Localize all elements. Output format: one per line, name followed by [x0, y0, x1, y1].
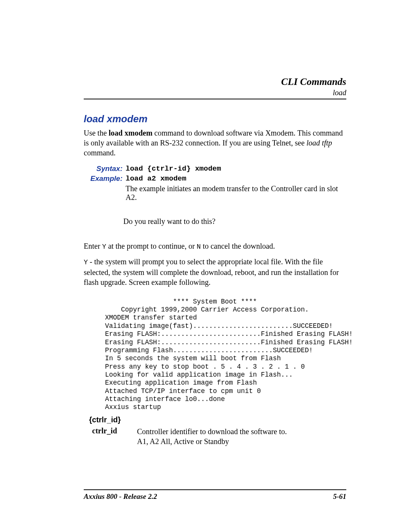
- param-desc-line2: A1, A2 All, Active or Standby: [137, 437, 229, 446]
- enter-paragraph: Enter Y at the prompt to continue, or N …: [84, 241, 346, 251]
- enter-mono-n: N: [197, 243, 201, 251]
- enter-text-2: at the prompt to continue, or: [106, 242, 197, 250]
- param-heading: {ctrlr_id}: [89, 415, 346, 424]
- intro-bold-cmd: load xmodem: [109, 129, 153, 137]
- intro-text-1: Use the: [84, 129, 109, 137]
- param-row: ctrlr_id Controller identifier to downlo…: [92, 427, 346, 446]
- syntax-label: Syntax:: [89, 165, 126, 173]
- intro-italic-ref: load tftp: [306, 139, 332, 147]
- syntax-row: Syntax: load {ctrlr-id} xmodem: [89, 165, 346, 173]
- page-footer: Axxius 800 - Release 2.2 5-61: [84, 489, 346, 501]
- y-paragraph: Y - the system will prompt you to select…: [84, 257, 346, 287]
- param-name: ctrlr_id: [92, 427, 137, 446]
- page-header: CLI Commands load: [84, 76, 346, 99]
- footer-left: Axxius 800 - Release 2.2: [84, 492, 157, 501]
- example-label: Example:: [89, 174, 126, 183]
- footer-right: 5-61: [333, 492, 346, 501]
- intro-paragraph: Use the load xmodem command to download …: [84, 128, 346, 158]
- example-value: load a2 xmodem: [126, 174, 186, 183]
- header-title: CLI Commands: [84, 76, 346, 88]
- prompt-text: Do you really want to do this?: [123, 217, 346, 226]
- intro-text-3: command.: [84, 149, 116, 157]
- section-title: load xmodem: [84, 113, 346, 125]
- header-subtitle: load: [84, 88, 346, 97]
- y-mono: Y: [84, 259, 88, 266]
- param-desc-line1: Controller identifier to download the so…: [137, 427, 287, 436]
- system-boot-output: **** System Boot **** Copyright 1999,200…: [105, 298, 346, 412]
- enter-text-1: Enter: [84, 242, 102, 250]
- example-description: The example initiates an modem transfer …: [126, 184, 346, 202]
- param-desc: Controller identifier to download the so…: [137, 427, 287, 446]
- y-text: - the system will prompt you to select t…: [84, 257, 339, 286]
- enter-mono-y: Y: [102, 243, 106, 251]
- syntax-value: load {ctrlr-id} xmodem: [126, 165, 221, 173]
- enter-text-3: to cancel the download.: [201, 242, 275, 250]
- example-row: Example: load a2 xmodem: [89, 174, 346, 183]
